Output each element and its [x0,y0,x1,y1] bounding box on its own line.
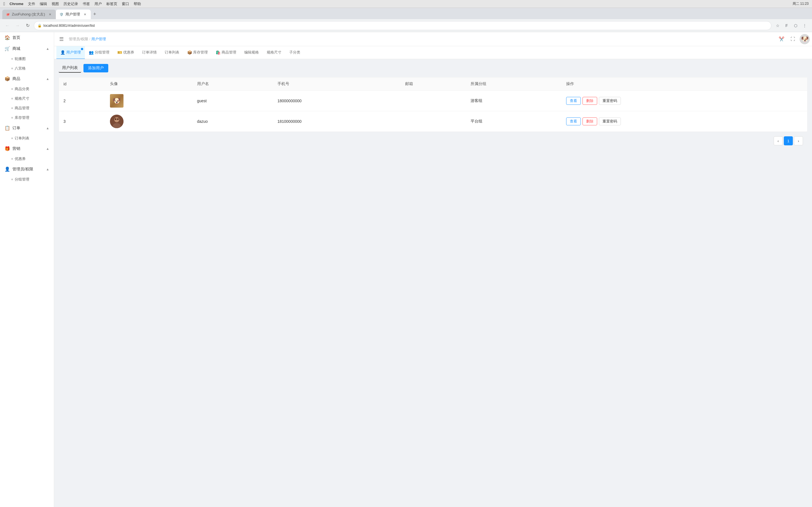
bookmark-icon[interactable]: ☆ [774,22,781,30]
tab-favicon-1: 🐙 [6,12,10,17]
user-list-tab-btn[interactable]: 用户列表 [59,64,81,73]
coupon-label: 优惠券 [15,156,26,161]
menubar-time: 周二 11:23 [793,1,809,6]
inventory-mgmt-label: 库存管理 [15,115,29,120]
tab-nav-edit-rules[interactable]: 编辑规格 [240,46,263,59]
menu-user[interactable]: 用户 [94,1,102,6]
pagination-prev[interactable]: ‹ [774,136,783,145]
tab-nav-group-mgmt[interactable]: 👥 分组管理 [85,46,113,59]
pagination-next[interactable]: › [794,136,803,145]
cell-actions-1: 查看 删除 重置密码 [562,91,807,111]
reset-password-button-2[interactable]: 重置密码 [599,117,621,125]
url-bar[interactable]: 🔒 localhost:8081/#/admin/user/list [34,21,771,30]
cell-email-2 [401,111,466,132]
tab-nav-order-detail[interactable]: 订单详情 [138,46,161,59]
tab-nav-order-list[interactable]: 订单列表 [161,46,183,59]
sidebar-item-home[interactable]: 🏠 首页 [0,32,54,43]
sidebar-item-product[interactable]: 📦 商品 ▲ [0,73,54,84]
tab-nav-product-mgmt[interactable]: 🛍️ 商品管理 [212,46,240,59]
cell-username-1: guest [193,91,273,111]
coupon-dot [11,158,13,160]
reset-password-button-1[interactable]: 重置密码 [599,97,621,105]
breadcrumb-sep: / [89,37,91,41]
cell-phone-1: 18000000000 [273,91,401,111]
sidebar-item-product-mgmt[interactable]: 商品管理 [0,103,54,113]
coupon-tab-icon: 🎫 [117,50,122,55]
spec-size-tab-label: 规格尺寸 [267,50,282,55]
tab-nav-inventory[interactable]: 📦 库存管理 [183,46,212,59]
menu-toggle-btn[interactable]: ☰ [56,34,66,44]
product-chevron: ▲ [46,77,49,81]
sidebar-order-label: 订单 [12,126,44,131]
sidebar-admin-label: 管理员/权限 [12,167,44,172]
col-header-group: 所属分组 [466,77,562,91]
extension-icon-2[interactable]: ⬡ [792,22,800,30]
product-mgmt-label: 商品管理 [15,106,29,111]
forward-button[interactable]: → [13,22,21,30]
sidebar-item-bagua[interactable]: 八宫格 [0,64,54,73]
tab-nav-user-mgmt[interactable]: 👤 用户管理 [56,46,85,59]
extension-icon-1[interactable]: F [783,22,791,30]
sidebar-item-order[interactable]: 📋 订单 ▲ [0,122,54,133]
cell-group-1: 游客组 [466,91,562,111]
user-mgmt-tab-icon: 👤 [60,50,65,55]
breadcrumb: 管理员/权限 / 用户管理 [69,37,777,42]
menu-history[interactable]: 历史记录 [63,1,78,6]
sidebar-item-order-list[interactable]: 订单列表 [0,133,54,143]
fullscreen-icon[interactable]: ⛶ [788,35,797,44]
table-header-row: id 头像 用户名 手机号 邮箱 所属分组 操作 [59,77,807,91]
menu-file[interactable]: 文件 [28,1,35,6]
delete-button-1[interactable]: 删除 [582,97,597,105]
tab-favicon-2: 🛡️ [59,12,64,17]
settings-icon[interactable]: ✂️ [777,35,786,44]
tab-nav-spec-size[interactable]: 规格尺寸 [263,46,285,59]
browser-frame: 🐙 ZuoFuhong (女大左) ✕ 🛡️ 用户管理 ✕ + ← → ↻ 🔒 … [0,8,812,32]
spec-size-dot [11,98,13,100]
macos-menubar:  Chrome 文件 编辑 视图 历史记录 书签 用户 标签页 窗口 帮助 周… [0,0,812,8]
lock-icon: 🔒 [38,24,42,27]
more-options-icon[interactable]: ⋮ [801,22,809,30]
tab-close-1[interactable]: ✕ [48,12,52,17]
page-content: 用户列表 添加用户 id 头像 用户名 手机号 邮箱 所属分组 操作 [54,59,812,154]
back-button[interactable]: ← [3,22,11,30]
tab-close-2[interactable]: ✕ [83,12,87,17]
sidebar-item-inventory-mgmt[interactable]: 库存管理 [0,113,54,122]
app-name[interactable]: Chrome [10,2,23,6]
menu-window[interactable]: 窗口 [122,1,129,6]
sidebar-item-banner[interactable]: 轮播图 [0,54,54,64]
menu-view[interactable]: 视图 [52,1,59,6]
menu-tabs[interactable]: 标签页 [106,1,117,6]
tab-nav-coupon[interactable]: 🎫 优惠券 [113,46,138,59]
marketing-icon: 🎁 [4,146,10,151]
menu-edit[interactable]: 编辑 [40,1,47,6]
pagination-page-1[interactable]: 1 [784,136,793,145]
home-icon: 🏠 [4,35,10,40]
tab-nav-sub-category[interactable]: 子分类 [285,46,304,59]
add-user-button[interactable]: 添加用户 [84,64,108,72]
sidebar-item-spec-size[interactable]: 规格尺寸 [0,94,54,103]
breadcrumb-current: 用户管理 [91,37,106,42]
view-button-2[interactable]: 查看 [566,117,581,125]
cell-group-2: 平台组 [466,111,562,132]
sidebar-item-shop[interactable]: 🛒 商城 ▲ [0,43,54,54]
tab-zuofuhong[interactable]: 🐙 ZuoFuhong (女大左) ✕ [2,10,56,19]
tab-bar: 🐙 ZuoFuhong (女大左) ✕ 🛡️ 用户管理 ✕ + [0,8,812,19]
user-avatar[interactable]: 🐶 [800,34,810,44]
sidebar-item-product-category[interactable]: 商品分类 [0,84,54,94]
apple-menu[interactable]:  [3,1,5,6]
sidebar-item-coupon[interactable]: 优惠券 [0,154,54,164]
sidebar-item-group-mgmt[interactable]: 分组管理 [0,175,54,184]
shop-chevron: ▲ [46,47,49,51]
view-button-1[interactable]: 查看 [566,97,581,105]
delete-button-2[interactable]: 删除 [582,117,597,125]
sidebar-item-admin[interactable]: 👤 管理员/权限 ▲ [0,164,54,175]
sub-category-tab-label: 子分类 [289,50,300,55]
content-area: ☰ 管理员/权限 / 用户管理 ✂️ ⛶ 🐶 👤 用户管理 👥 [54,32,812,507]
menu-bookmarks[interactable]: 书签 [83,1,90,6]
sidebar-item-marketing[interactable]: 🎁 营销 ▲ [0,143,54,154]
menu-help[interactable]: 帮助 [134,1,141,6]
reload-button[interactable]: ↻ [24,22,32,30]
new-tab-button[interactable]: + [91,10,99,18]
tab-user-mgmt[interactable]: 🛡️ 用户管理 ✕ [56,10,91,19]
sidebar-shop-label: 商城 [12,46,44,51]
